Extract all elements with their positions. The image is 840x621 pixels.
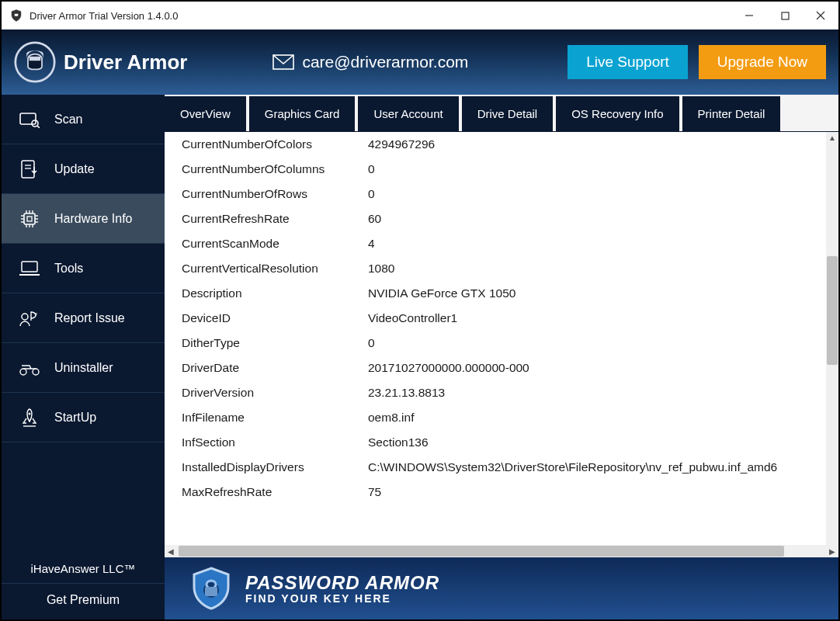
property-value: NVIDIA GeForce GTX 1050 (359, 281, 826, 306)
scroll-right-arrow-icon[interactable]: ▶ (829, 547, 835, 556)
svg-rect-14 (27, 217, 32, 221)
table-row: DitherType0 (165, 331, 826, 356)
maximize-button[interactable] (767, 2, 803, 29)
sidebar-item-label: Uninstaller (54, 361, 113, 375)
table-row: DriverVersion23.21.13.8813 (165, 380, 826, 405)
app-logo-icon (9, 9, 23, 23)
tabs: OverView Graphics Card User Account Driv… (165, 95, 838, 132)
sidebar: Scan Update Hardware Info Tools ? Report… (2, 95, 165, 619)
property-name: CurrentVerticalResolution (165, 256, 359, 281)
scroll-left-arrow-icon[interactable]: ◀ (168, 547, 174, 556)
tab-printer-detail[interactable]: Printer Detail (682, 96, 781, 131)
property-value: 75 (359, 480, 826, 505)
content-pane: CurrentNumberOfColors4294967296CurrentNu… (165, 132, 838, 545)
brand-logo-icon (14, 41, 56, 83)
property-value: 1080 (359, 256, 826, 281)
tab-user-account[interactable]: User Account (358, 96, 458, 131)
banner-text: PASSWORD ARMOR FIND YOUR KEY HERE (245, 572, 439, 605)
property-name: CurrentScanMode (165, 231, 359, 256)
sidebar-item-label: Scan (54, 113, 82, 127)
table-row: InfFilenameoem8.inf (165, 405, 826, 430)
table-row: DeviceIDVideoController1 (165, 306, 826, 331)
rocket-icon (17, 405, 42, 430)
uninstall-icon (17, 356, 42, 380)
sidebar-item-label: Hardware Info (54, 212, 133, 226)
table-row: CurrentScanMode4 (165, 231, 826, 256)
table-row: InfSectionSection136 (165, 430, 826, 455)
svg-line-9 (37, 126, 40, 128)
sidebar-item-label: StartUp (54, 411, 96, 425)
svg-rect-5 (30, 57, 40, 61)
data-scroll[interactable]: CurrentNumberOfColors4294967296CurrentNu… (165, 132, 826, 545)
sidebar-item-hardware-info[interactable]: Hardware Info (2, 194, 165, 244)
property-value: 60 (359, 206, 826, 231)
tab-graphics-card[interactable]: Graphics Card (249, 96, 356, 131)
main: OverView Graphics Card User Account Driv… (165, 95, 838, 619)
sidebar-item-label: Update (54, 162, 95, 176)
tab-os-recovery-info[interactable]: OS Recovery Info (556, 96, 679, 131)
property-value: 0 (359, 157, 826, 182)
property-value: 0 (359, 182, 826, 206)
property-name: DriverDate (165, 356, 359, 380)
table-row: CurrentNumberOfColumns0 (165, 157, 826, 182)
property-value: oem8.inf (359, 405, 826, 430)
sidebar-item-tools[interactable]: Tools (2, 244, 165, 293)
tab-overview[interactable]: OverView (165, 96, 246, 131)
table-row: InstalledDisplayDriversC:\WINDOWS\System… (165, 455, 826, 480)
svg-rect-7 (20, 113, 36, 124)
property-name: DitherType (165, 331, 359, 356)
update-icon (17, 157, 42, 182)
property-value: 0 (359, 331, 826, 356)
property-value: 23.21.13.8813 (359, 380, 826, 405)
property-name: CurrentNumberOfRows (165, 182, 359, 206)
svg-point-31 (33, 369, 39, 375)
sidebar-item-update[interactable]: Update (2, 144, 165, 194)
minimize-button[interactable] (731, 2, 767, 29)
property-value: 4 (359, 231, 826, 256)
support-email[interactable]: care@driverarmor.com (302, 53, 468, 71)
upgrade-now-button[interactable]: Upgrade Now (699, 45, 826, 79)
tab-drive-detail[interactable]: Drive Detail (462, 96, 554, 131)
envelope-icon (272, 54, 294, 70)
table-row: DriverDate20171027000000.000000-000 (165, 356, 826, 380)
sidebar-item-report-issue[interactable]: ? Report Issue (2, 293, 165, 343)
table-row: CurrentNumberOfRows0 (165, 182, 826, 206)
svg-text:?: ? (34, 312, 37, 317)
sidebar-item-scan[interactable]: Scan (2, 95, 165, 144)
property-name: CurrentNumberOfColumns (165, 157, 359, 182)
vertical-scroll-thumb[interactable] (827, 256, 838, 365)
live-support-button[interactable]: Live Support (568, 45, 688, 79)
sidebar-item-startup[interactable]: StartUp (2, 393, 165, 442)
table-row: DescriptionNVIDIA GeForce GTX 1050 (165, 281, 826, 306)
table-row: CurrentNumberOfColors4294967296 (165, 132, 826, 157)
property-name: InfSection (165, 430, 359, 455)
hardware-info-table: CurrentNumberOfColors4294967296CurrentNu… (165, 132, 826, 505)
sidebar-item-uninstaller[interactable]: Uninstaller (2, 343, 165, 393)
property-name: CurrentNumberOfColors (165, 132, 359, 157)
titlebar: Driver Armor Trial Version 1.4.0.0 (2, 2, 838, 29)
sidebar-item-label: Tools (54, 262, 83, 276)
svg-rect-27 (22, 262, 37, 272)
svg-rect-1 (782, 12, 789, 19)
property-name: DriverVersion (165, 380, 359, 405)
property-value: 20171027000000.000000-000 (359, 356, 826, 380)
close-button[interactable] (803, 2, 838, 29)
header: Driver Armor care@driverarmor.com Live S… (2, 29, 838, 95)
property-value: Section136 (359, 430, 826, 455)
property-name: InstalledDisplayDrivers (165, 455, 359, 480)
promo-banner[interactable]: PASSWORD ARMOR FIND YOUR KEY HERE (165, 557, 838, 619)
brand-title: Driver Armor (64, 50, 187, 75)
app-window: Driver Armor Trial Version 1.4.0.0 Drive… (0, 0, 840, 621)
get-premium-button[interactable]: Get Premium (2, 583, 165, 619)
property-name: MaxRefreshRate (165, 480, 359, 505)
svg-point-30 (20, 369, 26, 375)
window-title: Driver Armor Trial Version 1.4.0.0 (30, 10, 731, 22)
vertical-scrollbar[interactable]: ▲ (826, 132, 838, 545)
property-name: InfFilename (165, 405, 359, 430)
scroll-up-arrow-icon[interactable]: ▲ (828, 134, 836, 142)
horizontal-scrollbar[interactable]: ◀ ▶ (165, 545, 838, 557)
property-value: C:\WINDOWS\System32\DriverStore\FileRepo… (359, 455, 826, 480)
svg-point-32 (29, 412, 31, 415)
horizontal-scroll-thumb[interactable] (179, 546, 784, 557)
property-name: Description (165, 281, 359, 306)
